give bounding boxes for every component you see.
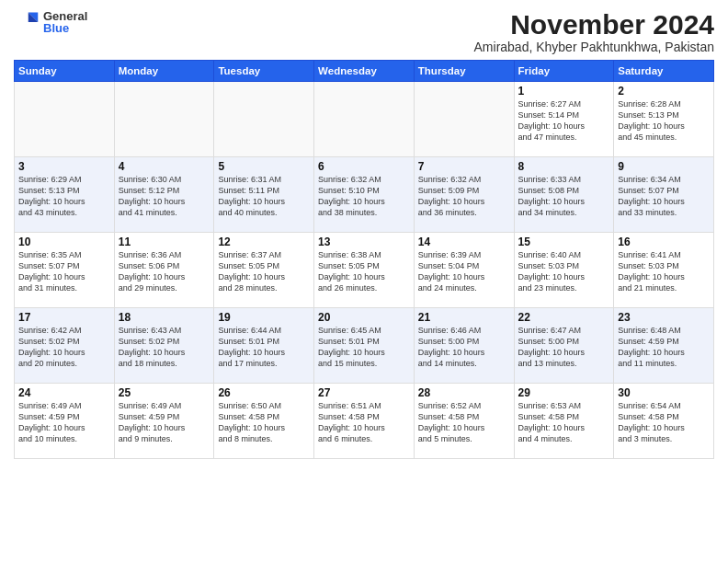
- day-number: 5: [218, 160, 310, 173]
- day-cell: [414, 82, 514, 157]
- calendar-week-1: 1Sunrise: 6:27 AM Sunset: 5:14 PM Daylig…: [15, 82, 714, 157]
- day-info: Sunrise: 6:48 AM Sunset: 4:59 PM Dayligh…: [618, 325, 710, 370]
- day-cell: 12Sunrise: 6:37 AM Sunset: 5:05 PM Dayli…: [214, 233, 314, 308]
- day-info: Sunrise: 6:43 AM Sunset: 5:02 PM Dayligh…: [119, 325, 210, 370]
- day-info: Sunrise: 6:33 AM Sunset: 5:08 PM Dayligh…: [518, 174, 610, 219]
- day-number: 22: [518, 311, 610, 324]
- day-info: Sunrise: 6:27 AM Sunset: 5:14 PM Dayligh…: [518, 98, 610, 144]
- day-cell: 23Sunrise: 6:48 AM Sunset: 4:59 PM Dayli…: [614, 308, 714, 384]
- day-number: 17: [18, 311, 110, 324]
- day-cell: 3Sunrise: 6:29 AM Sunset: 5:13 PM Daylig…: [15, 157, 115, 233]
- day-cell: 10Sunrise: 6:35 AM Sunset: 5:07 PM Dayli…: [15, 233, 115, 308]
- day-number: 3: [18, 160, 110, 173]
- day-info: Sunrise: 6:44 AM Sunset: 5:01 PM Dayligh…: [218, 325, 310, 370]
- day-cell: 11Sunrise: 6:36 AM Sunset: 5:06 PM Dayli…: [114, 233, 214, 308]
- day-cell: [114, 82, 214, 157]
- day-info: Sunrise: 6:32 AM Sunset: 5:09 PM Dayligh…: [418, 174, 510, 219]
- day-info: Sunrise: 6:39 AM Sunset: 5:04 PM Dayligh…: [418, 249, 510, 294]
- day-number: 30: [618, 386, 710, 399]
- day-info: Sunrise: 6:47 AM Sunset: 5:00 PM Dayligh…: [518, 325, 610, 370]
- day-info: Sunrise: 6:35 AM Sunset: 5:07 PM Dayligh…: [18, 249, 110, 294]
- calendar-body: 1Sunrise: 6:27 AM Sunset: 5:14 PM Daylig…: [15, 82, 714, 459]
- day-info: Sunrise: 6:45 AM Sunset: 5:01 PM Dayligh…: [318, 325, 410, 370]
- day-info: Sunrise: 6:46 AM Sunset: 5:00 PM Dayligh…: [418, 325, 510, 370]
- day-cell: 1Sunrise: 6:27 AM Sunset: 5:14 PM Daylig…: [514, 82, 614, 157]
- day-cell: 28Sunrise: 6:52 AM Sunset: 4:58 PM Dayli…: [414, 384, 514, 459]
- day-info: Sunrise: 6:36 AM Sunset: 5:06 PM Dayligh…: [119, 249, 210, 294]
- calendar-header-row: Sunday Monday Tuesday Wednesday Thursday…: [15, 61, 714, 82]
- calendar-week-2: 3Sunrise: 6:29 AM Sunset: 5:13 PM Daylig…: [15, 157, 714, 233]
- day-info: Sunrise: 6:37 AM Sunset: 5:05 PM Dayligh…: [218, 249, 310, 294]
- day-cell: 7Sunrise: 6:32 AM Sunset: 5:09 PM Daylig…: [414, 157, 514, 233]
- day-info: Sunrise: 6:40 AM Sunset: 5:03 PM Dayligh…: [518, 249, 610, 294]
- day-number: 26: [218, 386, 310, 399]
- day-info: Sunrise: 6:50 AM Sunset: 4:58 PM Dayligh…: [218, 400, 310, 445]
- day-cell: 19Sunrise: 6:44 AM Sunset: 5:01 PM Dayli…: [214, 308, 314, 384]
- calendar-table: Sunday Monday Tuesday Wednesday Thursday…: [14, 60, 714, 459]
- day-info: Sunrise: 6:51 AM Sunset: 4:58 PM Dayligh…: [318, 400, 410, 445]
- header-tuesday: Tuesday: [214, 61, 314, 82]
- header-wednesday: Wednesday: [314, 61, 415, 82]
- day-cell: 25Sunrise: 6:49 AM Sunset: 4:59 PM Dayli…: [114, 384, 214, 459]
- day-number: 19: [218, 311, 310, 324]
- day-info: Sunrise: 6:32 AM Sunset: 5:10 PM Dayligh…: [318, 174, 410, 219]
- day-info: Sunrise: 6:28 AM Sunset: 5:13 PM Dayligh…: [618, 98, 710, 144]
- day-cell: 18Sunrise: 6:43 AM Sunset: 5:02 PM Dayli…: [114, 308, 214, 384]
- header-saturday: Saturday: [614, 61, 714, 82]
- day-cell: [15, 82, 115, 157]
- day-number: 15: [518, 236, 610, 248]
- day-cell: 26Sunrise: 6:50 AM Sunset: 4:58 PM Dayli…: [214, 384, 314, 459]
- header-section: General Blue November 2024 Amirabad, Khy…: [14, 9, 714, 54]
- day-info: Sunrise: 6:31 AM Sunset: 5:11 PM Dayligh…: [218, 174, 310, 219]
- header-sunday: Sunday: [15, 61, 115, 82]
- day-cell: 14Sunrise: 6:39 AM Sunset: 5:04 PM Dayli…: [414, 233, 514, 308]
- day-number: 6: [318, 160, 410, 173]
- day-cell: 9Sunrise: 6:34 AM Sunset: 5:07 PM Daylig…: [614, 157, 714, 233]
- day-cell: 16Sunrise: 6:41 AM Sunset: 5:03 PM Dayli…: [614, 233, 714, 308]
- day-cell: 6Sunrise: 6:32 AM Sunset: 5:10 PM Daylig…: [314, 157, 415, 233]
- day-info: Sunrise: 6:52 AM Sunset: 4:58 PM Dayligh…: [418, 400, 510, 445]
- logo-icon: [14, 9, 40, 35]
- day-info: Sunrise: 6:41 AM Sunset: 5:03 PM Dayligh…: [618, 249, 710, 294]
- day-cell: 13Sunrise: 6:38 AM Sunset: 5:05 PM Dayli…: [314, 233, 415, 308]
- day-number: 25: [119, 386, 210, 399]
- day-cell: 5Sunrise: 6:31 AM Sunset: 5:11 PM Daylig…: [214, 157, 314, 233]
- day-number: 24: [18, 386, 110, 399]
- day-number: 11: [119, 236, 210, 248]
- day-number: 8: [518, 160, 610, 173]
- calendar-week-5: 24Sunrise: 6:49 AM Sunset: 4:59 PM Dayli…: [15, 384, 714, 459]
- day-info: Sunrise: 6:34 AM Sunset: 5:07 PM Dayligh…: [618, 174, 710, 219]
- day-cell: [214, 82, 314, 157]
- day-info: Sunrise: 6:30 AM Sunset: 5:12 PM Dayligh…: [119, 174, 210, 219]
- day-cell: 2Sunrise: 6:28 AM Sunset: 5:13 PM Daylig…: [614, 82, 714, 157]
- day-info: Sunrise: 6:53 AM Sunset: 4:58 PM Dayligh…: [518, 400, 610, 445]
- title-section: November 2024 Amirabad, Khyber Pakhtunkh…: [474, 9, 714, 54]
- header-thursday: Thursday: [414, 61, 514, 82]
- day-number: 27: [318, 386, 410, 399]
- day-cell: 17Sunrise: 6:42 AM Sunset: 5:02 PM Dayli…: [15, 308, 115, 384]
- day-cell: 21Sunrise: 6:46 AM Sunset: 5:00 PM Dayli…: [414, 308, 514, 384]
- day-cell: 29Sunrise: 6:53 AM Sunset: 4:58 PM Dayli…: [514, 384, 614, 459]
- day-number: 7: [418, 160, 510, 173]
- day-cell: 22Sunrise: 6:47 AM Sunset: 5:00 PM Dayli…: [514, 308, 614, 384]
- header-friday: Friday: [514, 61, 614, 82]
- day-cell: 4Sunrise: 6:30 AM Sunset: 5:12 PM Daylig…: [114, 157, 214, 233]
- day-number: 18: [119, 311, 210, 324]
- day-cell: 27Sunrise: 6:51 AM Sunset: 4:58 PM Dayli…: [314, 384, 415, 459]
- header-monday: Monday: [114, 61, 214, 82]
- day-number: 10: [18, 236, 110, 248]
- main-title: November 2024: [474, 9, 714, 40]
- day-number: 12: [218, 236, 310, 248]
- day-cell: 20Sunrise: 6:45 AM Sunset: 5:01 PM Dayli…: [314, 308, 415, 384]
- day-info: Sunrise: 6:49 AM Sunset: 4:59 PM Dayligh…: [18, 400, 110, 445]
- day-number: 16: [618, 236, 710, 248]
- page: General Blue November 2024 Amirabad, Khy…: [0, 0, 728, 563]
- day-number: 28: [418, 386, 510, 399]
- day-info: Sunrise: 6:54 AM Sunset: 4:58 PM Dayligh…: [618, 400, 710, 445]
- day-number: 4: [119, 160, 210, 173]
- day-info: Sunrise: 6:49 AM Sunset: 4:59 PM Dayligh…: [119, 400, 210, 445]
- day-cell: 8Sunrise: 6:33 AM Sunset: 5:08 PM Daylig…: [514, 157, 614, 233]
- day-number: 23: [618, 311, 710, 324]
- day-number: 1: [518, 85, 610, 98]
- day-number: 2: [618, 85, 710, 98]
